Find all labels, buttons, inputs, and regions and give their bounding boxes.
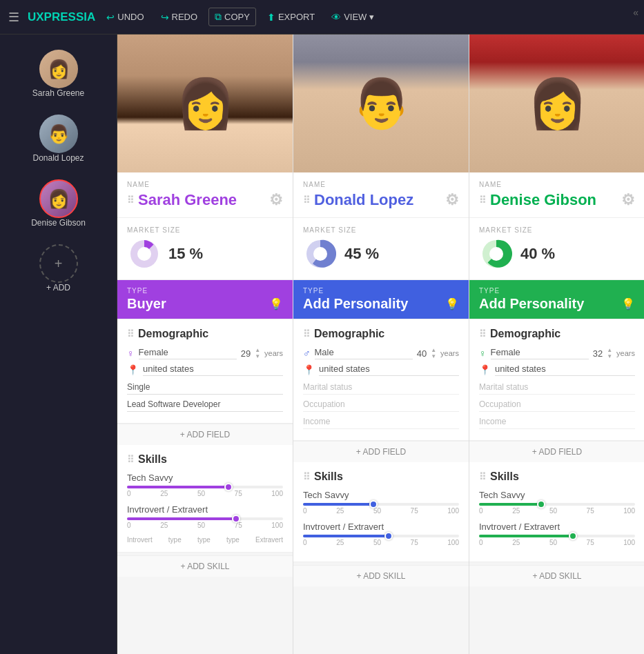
personas-area: 👩 NAME ⠿ Sarah Greene ⚙ MARKET SIZE (117, 34, 644, 654)
denise-skill2-track[interactable] (479, 535, 635, 537)
denise-skill1-track[interactable] (479, 503, 635, 506)
sarah-skill1-track[interactable] (127, 486, 283, 488)
denise-gender-icon: ♀ (479, 348, 487, 359)
denise-type-section: TYPE Add Personality 💡 (469, 280, 644, 319)
persona-col-denise: 👩 NAME ⠿ Denise Gibson ⚙ MARKET SIZE (469, 34, 644, 654)
denise-age[interactable]: 32 (593, 348, 603, 359)
donald-age[interactable]: 40 (417, 348, 427, 359)
denise-placeholder3[interactable]: Income (479, 415, 635, 429)
sarah-age-stepper[interactable]: ▲▼ (255, 347, 260, 359)
export-button[interactable]: ⬆ EXPORT (262, 9, 320, 26)
export-label: EXPORT (278, 12, 315, 22)
denise-skill2-scale: 0255075100 (479, 539, 635, 546)
donald-market-label: MARKET SIZE (303, 226, 459, 234)
redo-button[interactable]: ↪ REDO (155, 9, 204, 26)
donald-skill1-scale: 0255075100 (303, 507, 459, 515)
denise-market-label: MARKET SIZE (479, 226, 635, 234)
sidebar-item-donald[interactable]: 👨 Donald Lopez (0, 106, 117, 171)
sarah-drag-handle[interactable]: ⠿ (127, 195, 134, 206)
donald-country-field[interactable]: united states (319, 364, 459, 376)
denise-demo-handle[interactable]: ⠿ (479, 328, 486, 339)
logo: UXPRESSIA (28, 10, 95, 24)
donald-skill1-track[interactable] (303, 503, 459, 506)
donald-skills-section: ⠿ Skills Tech Savvy 0255075100 Invtrover… (293, 462, 469, 562)
sarah-field2[interactable]: Lead Software Developer (127, 397, 283, 412)
sarah-name-text: Sarah Greene (138, 191, 237, 209)
denise-settings-icon[interactable]: ⚙ (621, 191, 635, 209)
collapse-button[interactable]: « (633, 7, 638, 18)
donald-settings-icon[interactable]: ⚙ (445, 191, 459, 209)
donald-placeholder2[interactable]: Occupation (303, 397, 459, 412)
view-icon: 👁 (331, 12, 341, 23)
donald-pie-chart (303, 237, 338, 271)
sarah-age[interactable]: 29 (241, 348, 251, 359)
donald-age-stepper[interactable]: ▲▼ (431, 347, 436, 359)
denise-bulb-icon: 💡 (621, 297, 635, 310)
sarah-market-section: MARKET SIZE 15 % (117, 218, 293, 280)
donald-skills-handle[interactable]: ⠿ (303, 471, 310, 482)
sarah-skill2-track[interactable] (127, 517, 283, 520)
sarah-skill2-name: Invtrovert / Extravert (127, 504, 283, 515)
sarah-settings-icon[interactable]: ⚙ (269, 191, 283, 209)
sarah-demo-handle[interactable]: ⠿ (127, 328, 134, 339)
view-button[interactable]: 👁 VIEW ▾ (326, 9, 380, 26)
donald-add-field-button[interactable]: + ADD FIELD (293, 441, 469, 462)
sarah-location-icon: 📍 (127, 364, 139, 375)
denise-location-icon: 📍 (479, 364, 491, 375)
sidebar-item-add[interactable]: + + ADD (0, 236, 117, 301)
denise-skill2-name: Invtrovert / Extravert (479, 522, 635, 532)
sarah-country-row: 📍 united states (127, 364, 283, 376)
donald-years-label: years (440, 349, 459, 357)
redo-icon: ↪ (161, 12, 169, 23)
donald-type-value[interactable]: Add Personality 💡 (303, 296, 459, 312)
hamburger-icon[interactable]: ☰ (8, 10, 19, 25)
donald-name-section: NAME ⠿ Donald Lopez ⚙ (293, 172, 469, 218)
sarah-gender-field[interactable]: Female (139, 347, 237, 359)
sarah-market-value: 15 % (168, 245, 203, 263)
donald-skill2-track[interactable] (303, 535, 459, 537)
sarah-add-skill-button[interactable]: + ADD SKILL (117, 555, 293, 577)
donald-skill2-name: Invtrovert / Extravert (303, 522, 459, 532)
avatar-donald: 👨 (39, 115, 78, 153)
denise-gender-field[interactable]: Female (491, 347, 589, 359)
copy-button[interactable]: ⧉ COPY (208, 8, 256, 26)
denise-skills-handle[interactable]: ⠿ (479, 471, 486, 482)
denise-type-value[interactable]: Add Personality 💡 (479, 296, 635, 312)
donald-drag-handle[interactable]: ⠿ (303, 195, 310, 206)
donald-placeholder3[interactable]: Income (303, 415, 459, 429)
svg-point-1 (137, 247, 151, 261)
denise-add-field-button[interactable]: + ADD FIELD (469, 441, 644, 462)
denise-placeholder2[interactable]: Occupation (479, 397, 635, 412)
denise-demographic-section: ⠿ Demographic ♀ Female 32 ▲▼ years 📍 uni… (469, 319, 644, 441)
donald-skill1-name: Tech Savvy (303, 490, 459, 500)
svg-point-5 (489, 247, 503, 261)
sidebar-item-denise[interactable]: 👩 Denise Gibson (0, 171, 117, 236)
denise-skills-section: ⠿ Skills Tech Savvy 0255075100 Invtrover… (469, 462, 644, 562)
donald-add-skill-button[interactable]: + ADD SKILL (293, 565, 469, 586)
sarah-country-field[interactable]: united states (143, 364, 283, 376)
sidebar-name-denise: Denise Gibson (31, 218, 86, 228)
persona-photo-sarah: 👩 (117, 34, 293, 172)
denise-age-stepper[interactable]: ▲▼ (607, 347, 612, 359)
donald-gender-field[interactable]: Male (315, 347, 413, 359)
denise-add-skill-button[interactable]: + ADD SKILL (469, 565, 644, 586)
sarah-add-field-button[interactable]: + ADD FIELD (117, 424, 293, 445)
copy-label: COPY (224, 12, 250, 22)
donald-demo-handle[interactable]: ⠿ (303, 328, 310, 339)
denise-drag-handle[interactable]: ⠿ (479, 195, 486, 206)
undo-label: UNDO (117, 12, 144, 22)
sidebar-item-sarah[interactable]: 👩 Sarah Greene (0, 41, 117, 106)
sarah-skills-handle[interactable]: ⠿ (127, 454, 134, 465)
denise-placeholder1[interactable]: Marital status (479, 380, 635, 395)
sarah-field1[interactable]: Single (127, 380, 283, 395)
denise-market-value: 40 % (520, 245, 555, 263)
donald-skills-title: ⠿ Skills (303, 470, 459, 483)
donald-gender-icon: ♂ (303, 348, 311, 359)
undo-icon: ↩ (106, 12, 115, 23)
sarah-type-value: Buyer 💡 (127, 296, 283, 312)
denise-country-field[interactable]: united states (495, 364, 635, 376)
undo-button[interactable]: ↩ UNDO (101, 9, 149, 26)
denise-name-label: NAME (479, 181, 635, 188)
donald-demo-title: ⠿ Demographic (303, 328, 459, 340)
donald-placeholder1[interactable]: Marital status (303, 380, 459, 395)
